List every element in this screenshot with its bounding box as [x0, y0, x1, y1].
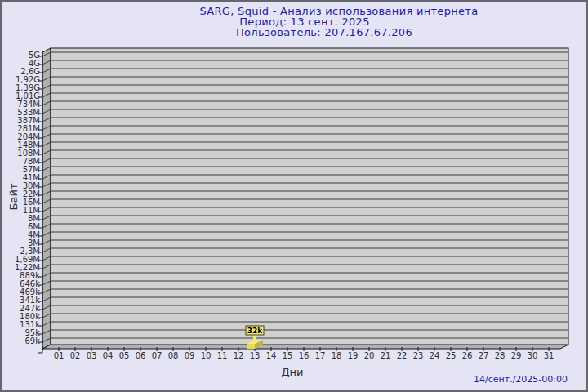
bar-value-label: 32k — [247, 327, 264, 335]
x-axis-title: Дни — [281, 366, 303, 378]
x-tick-label: 12 — [234, 351, 244, 360]
x-tick-label: 02 — [70, 351, 81, 360]
chart-floor — [42, 345, 568, 349]
bar-pointer-stem — [253, 335, 256, 344]
x-tick-label: 13 — [250, 351, 261, 360]
x-tick-label: 15 — [283, 351, 293, 360]
x-tick-label: 29 — [511, 351, 522, 360]
generated-timestamp: 14/сент./2025-00:00 — [474, 374, 568, 385]
x-tick-label: 06 — [136, 351, 146, 360]
x-tick-label: 16 — [299, 351, 310, 360]
x-tick-label: 23 — [413, 351, 424, 360]
y-tick-label: 69k — [24, 336, 40, 345]
x-tick-label: 24 — [430, 351, 440, 360]
x-tick-label: 11 — [217, 351, 228, 360]
x-tick-label: 05 — [119, 351, 130, 360]
x-tick-label: 31 — [544, 351, 555, 360]
x-tick-label: 26 — [462, 351, 473, 360]
x-tick-label: 17 — [315, 351, 326, 360]
y-axis-title: Байт — [7, 184, 20, 211]
x-tick-label: 03 — [87, 351, 97, 360]
x-tick-label: 19 — [348, 351, 359, 360]
x-tick-label: 21 — [381, 351, 391, 360]
x-tick-label: 01 — [54, 351, 65, 360]
x-tick-label: 27 — [479, 351, 489, 360]
x-tick-label: 20 — [364, 351, 375, 360]
bar-front-face — [247, 344, 255, 349]
x-tick-label: 10 — [201, 351, 212, 360]
x-tick-label: 22 — [397, 351, 408, 360]
x-tick-label: 18 — [332, 351, 342, 360]
chart-svg: 5G4G2,6G1,92G1,39G1,01G734M533M387M281M2… — [2, 2, 588, 392]
x-tick-label: 07 — [152, 351, 163, 360]
sarg-report-window: SARG, Squid - Анализ использования интер… — [0, 0, 588, 392]
x-tick-label: 08 — [168, 351, 179, 360]
x-tick-label: 04 — [103, 351, 114, 360]
x-tick-label: 14 — [266, 351, 277, 360]
x-tick-label: 30 — [528, 351, 538, 360]
x-tick-label: 25 — [446, 351, 457, 360]
chart-plot-face — [51, 48, 568, 345]
x-tick-label: 09 — [185, 351, 195, 360]
x-tick-label: 28 — [495, 351, 506, 360]
